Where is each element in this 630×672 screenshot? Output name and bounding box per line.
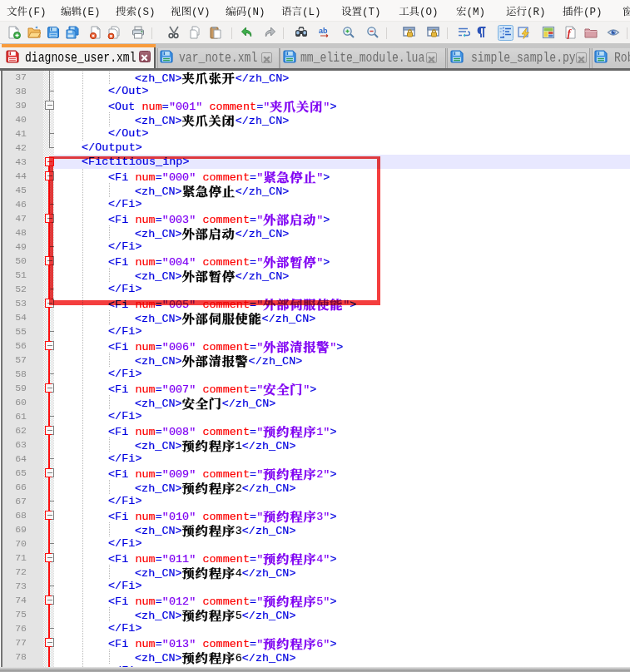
svg-text:ab: ab: [319, 27, 328, 35]
